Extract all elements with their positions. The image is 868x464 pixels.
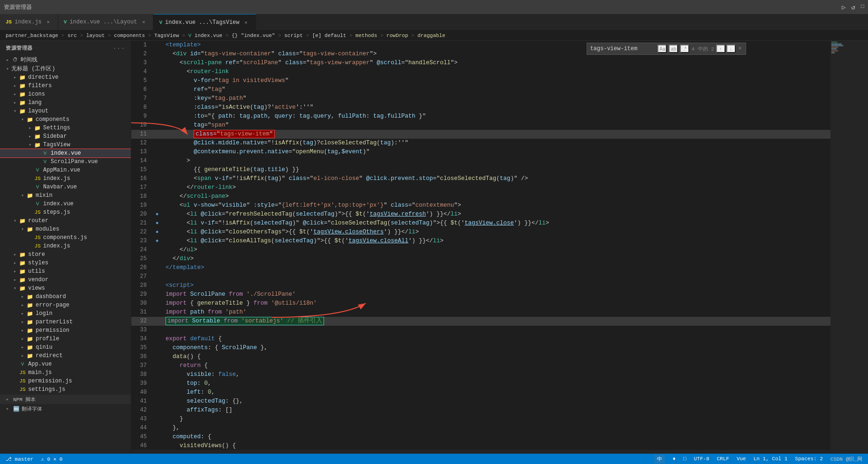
table-row: 15 {{ generateTitle(tag.title) }} <box>131 165 830 174</box>
sidebar-item-app-vue[interactable]: V App.vue <box>0 360 131 368</box>
sidebar-item-mixin-index[interactable]: V index.vue <box>0 200 131 208</box>
play-icon[interactable]: ▷ <box>842 3 845 11</box>
line-number: 9 <box>131 112 152 121</box>
tab-close-btn[interactable]: ✕ <box>45 18 52 26</box>
sidebar-menu-icon[interactable]: ··· <box>113 45 125 51</box>
line-indicator <box>152 246 162 254</box>
sidebar-item-scrollpane[interactable]: V ScrollPane.vue <box>0 157 131 166</box>
sidebar-item-views[interactable]: 📁 views <box>0 284 131 292</box>
line-code: </scroll-pane> <box>162 192 830 201</box>
sidebar-item-router[interactable]: 📁 router <box>0 217 131 225</box>
sidebar-item-settings-js[interactable]: JS settings.js <box>0 385 131 394</box>
translate-section[interactable]: 🔤 翻译字体 <box>0 404 131 413</box>
tab-index-vue-layout[interactable]: V index.vue ...\Layout ✕ <box>58 14 154 30</box>
sidebar-item-sidebar[interactable]: 📁 Sidebar <box>0 132 131 141</box>
sidebar-item-styles[interactable]: 📁 styles <box>0 259 131 267</box>
line-number: 45 <box>131 433 152 442</box>
line-number: 33 <box>131 326 152 335</box>
star-icon[interactable]: ♦ <box>672 456 676 462</box>
line-indicator <box>152 290 162 299</box>
layout-icon[interactable]: □ <box>683 456 687 462</box>
sidebar-item-index-js-layout[interactable]: JS index.js <box>0 174 131 183</box>
tab-close-btn[interactable]: ✕ <box>140 18 147 26</box>
sidebar-item-index-vue[interactable]: V index.vue <box>0 149 131 157</box>
sidebar-item-modules[interactable]: 📁 modules <box>0 225 131 233</box>
table-row: 9 :to="{ path: tag.path, query: tag.quer… <box>131 112 830 121</box>
sidebar-item-components-js[interactable]: JS components.js <box>0 233 131 242</box>
chevron-icon <box>11 284 19 292</box>
match-word-btn[interactable]: ab <box>669 45 678 53</box>
use-regex-btn[interactable]: .* <box>680 45 689 53</box>
tab-close-btn[interactable]: ✕ <box>242 19 250 26</box>
table-row: 10 tag="span" <box>131 121 830 130</box>
translate-status[interactable]: 中 <box>654 455 665 464</box>
encoding[interactable]: UTF-8 <box>694 456 709 462</box>
line-code: export default { <box>162 335 830 344</box>
scrollbar-horizontal[interactable] <box>131 450 830 454</box>
sidebar-item-directive[interactable]: 📁 directive <box>0 73 131 82</box>
sidebar-item-steps-js[interactable]: JS steps.js <box>0 208 131 217</box>
line-code: import { generateTitle } from '@utils/i1… <box>162 299 830 308</box>
cursor-position[interactable]: Ln 1, Col 1 <box>754 456 788 462</box>
line-number: 39 <box>131 379 152 388</box>
sidebar-workspace[interactable]: 无标题 (工作区) <box>0 64 131 73</box>
npm-section[interactable]: NPM 脚本 <box>0 395 131 404</box>
status-left: ⎇ master ⚠ 0 ✕ 0 <box>6 456 62 462</box>
sidebar-item-layout[interactable]: 📁 layout <box>0 107 131 115</box>
sidebar-item-main-js[interactable]: JS main.js <box>0 368 131 377</box>
folder-icon: 📁 <box>34 133 41 140</box>
sidebar-item-mixin[interactable]: 📁 mixin <box>0 191 131 200</box>
sidebar-item-components[interactable]: 📁 components <box>0 115 131 124</box>
sidebar-item-tagsview[interactable]: 📁 TagsView <box>0 141 131 149</box>
line-number: 36 <box>131 352 152 361</box>
refresh-icon[interactable]: ↺ <box>851 3 855 11</box>
next-match-btn[interactable]: ↓ <box>726 45 736 53</box>
sidebar-item-redirect[interactable]: 📁 redirect <box>0 352 131 360</box>
sidebar-item-store[interactable]: 📁 store <box>0 250 131 259</box>
line-indicator <box>152 361 162 370</box>
tab-index-vue-tagsview[interactable]: V index.vue ...\TagsView ✕ <box>153 14 256 30</box>
sidebar-item-qiniu[interactable]: 📁 qiniu <box>0 343 131 352</box>
language-mode[interactable]: Vue <box>737 456 746 462</box>
sidebar-item-permission[interactable]: 📁 permission <box>0 326 131 335</box>
sidebar-item-settings[interactable]: 📁 Settings <box>0 124 131 132</box>
sidebar-item-utils[interactable]: 📁 utils <box>0 267 131 276</box>
sidebar-item-login[interactable]: 📁 login <box>0 309 131 318</box>
sidebar-item-icons[interactable]: 📁 icons <box>0 90 131 98</box>
git-branch[interactable]: ⎇ master <box>6 456 33 462</box>
sidebar-item-error-page[interactable]: 📁 error-page <box>0 301 131 309</box>
line-ending[interactable]: CRLF <box>717 456 729 462</box>
sidebar-item-appmain[interactable]: V AppMain.vue <box>0 166 131 174</box>
sidebar-item-navbar[interactable]: V Navbar.vue <box>0 183 131 191</box>
sidebar-item-lang[interactable]: 📁 lang <box>0 98 131 107</box>
table-row: 12 @click.middle.native="!isAffix(tag)?c… <box>131 139 830 148</box>
error-count[interactable]: ⚠ 0 ✕ 0 <box>41 456 62 462</box>
prev-match-btn[interactable]: ↑ <box>716 45 725 53</box>
maximize-icon[interactable]: □ <box>861 3 864 11</box>
match-case-btn[interactable]: Aa <box>657 45 667 53</box>
sidebar-item-permission-js[interactable]: JS permission.js <box>0 377 131 385</box>
sidebar-item-profile[interactable]: 📁 profile <box>0 335 131 343</box>
table-row: 37 return { <box>131 361 830 370</box>
indentation[interactable]: Spaces: 2 <box>795 456 823 462</box>
chevron-icon <box>26 141 34 149</box>
code-editor[interactable]: 1 <template> 2 <div id="tags-view-contai… <box>131 41 830 450</box>
vue-file-icon: V <box>34 183 41 191</box>
sidebar-item-partnerlist[interactable]: 📁 partnerList <box>0 318 131 326</box>
close-search-btn[interactable]: × <box>738 45 743 52</box>
sidebar-item-dashboard[interactable]: 📁 dashboard <box>0 292 131 301</box>
search-input[interactable] <box>590 45 656 52</box>
folder-label: views <box>28 285 45 292</box>
folder-label: Settings <box>43 125 70 131</box>
table-row: 36 data() { <box>131 352 830 361</box>
line-number: 44 <box>131 424 152 433</box>
line-code: return { <box>162 361 830 370</box>
folder-icon: 📁 <box>34 124 41 132</box>
sidebar-item-filters[interactable]: 📁 filters <box>0 82 131 90</box>
line-code: computed: { <box>162 433 830 442</box>
tab-index-js[interactable]: JS index.js ✕ <box>0 14 58 30</box>
sidebar-item-vendor[interactable]: 📁 vendor <box>0 276 131 284</box>
folder-icon: 📁 <box>26 310 34 317</box>
sidebar-item-timer[interactable]: ⏱ 时间线 <box>0 55 131 64</box>
sidebar-item-router-index-js[interactable]: JS index.js <box>0 242 131 250</box>
